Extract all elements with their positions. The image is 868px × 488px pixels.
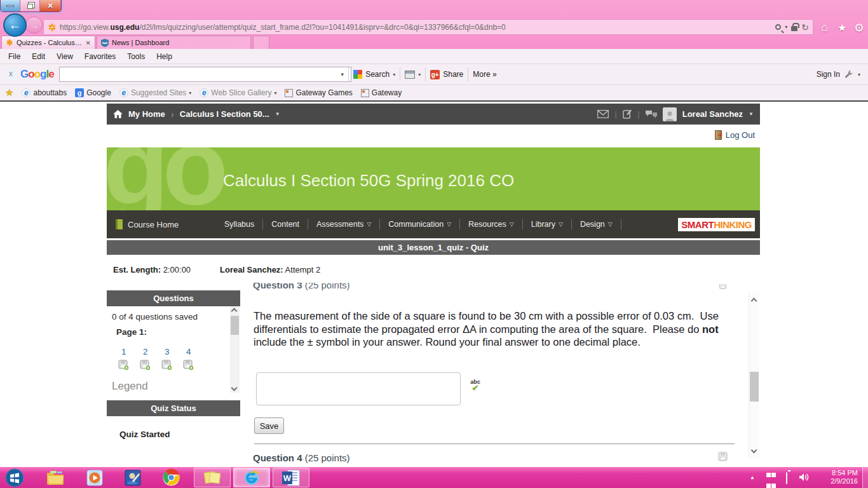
save-question-2-icon[interactable] — [140, 360, 151, 373]
favorite-web-slice-gallery[interactable]: eWeb Slice Gallery▾ — [200, 88, 276, 97]
nav-resources[interactable]: Resources▽ — [460, 220, 522, 229]
menu-view[interactable]: View — [51, 52, 79, 61]
search-history-dropdown-icon[interactable]: ▾ — [341, 71, 344, 78]
toolbar-close-button[interactable]: x — [5, 69, 17, 80]
nav-design[interactable]: Design▽ — [572, 220, 621, 229]
tray-expand-icon[interactable]: ▲ — [750, 475, 755, 488]
address-bar[interactable]: https://go.view.usg.edu/d2l/lms/quizzing… — [43, 19, 813, 35]
media-player-icon[interactable] — [85, 468, 104, 487]
user-dropdown-icon[interactable]: ▼ — [749, 111, 754, 117]
scroll-down-icon[interactable] — [751, 447, 757, 454]
question-1-link[interactable]: 1 — [121, 347, 126, 356]
back-button[interactable]: ← — [3, 13, 27, 37]
refresh-icon[interactable]: ↻ — [801, 22, 809, 32]
tab-close-icon[interactable]: ✕ — [86, 39, 91, 46]
battery-icon[interactable] — [786, 472, 787, 484]
breadcrumb-course-link[interactable]: Calculus I Section 50... — [180, 109, 269, 119]
content-scrollbar[interactable] — [749, 292, 759, 459]
course-home-link[interactable]: Course Home — [107, 219, 216, 229]
sticky-notes-button[interactable] — [194, 468, 231, 487]
settings-gear-icon[interactable]: ⚙ — [854, 21, 864, 35]
sign-in-link[interactable]: Sign In — [817, 70, 840, 79]
spellcheck-icon[interactable]: abc✔ — [469, 379, 482, 391]
google-search-button[interactable]: Search▾ — [353, 70, 395, 79]
email-icon[interactable] — [597, 110, 609, 118]
question-2-link[interactable]: 2 — [143, 347, 148, 356]
menu-favorites[interactable]: Favorites — [79, 52, 121, 61]
nav-library[interactable]: Library▽ — [523, 220, 571, 229]
nav-syllabus[interactable]: Syllabus — [216, 220, 262, 229]
nav-assessments[interactable]: Assessments▽ — [308, 220, 379, 229]
sidebar-scrollbar[interactable] — [230, 306, 240, 393]
contacts-app-icon[interactable] — [123, 468, 142, 487]
menu-help[interactable]: Help — [151, 52, 178, 61]
favorite-google[interactable]: gGoogle — [75, 88, 111, 97]
toolbar-window-button[interactable]: ▾ — [405, 71, 421, 79]
question-3-link[interactable]: 3 — [165, 347, 170, 356]
save-question-4-icon[interactable] — [183, 360, 194, 373]
google-favicon-icon: g — [75, 88, 84, 97]
start-button[interactable] — [5, 468, 24, 487]
question-3-save-icon[interactable] — [718, 283, 728, 294]
est-length-label: Est. Length: — [113, 265, 161, 274]
logout-link[interactable]: Log Out — [715, 130, 755, 140]
save-question-3-icon[interactable] — [161, 360, 172, 373]
question-4-save-icon[interactable] — [718, 452, 728, 464]
add-favorite-icon[interactable]: ★ — [5, 87, 13, 98]
save-button[interactable]: Save — [254, 417, 284, 434]
more-button[interactable]: More » — [473, 70, 496, 79]
scrollbar-thumb[interactable] — [750, 372, 759, 402]
updates-icon[interactable] — [623, 109, 632, 119]
chrome-icon[interactable] — [161, 468, 180, 487]
close-button[interactable]: ✕ — [40, 0, 61, 11]
nav-content[interactable]: Content — [263, 220, 308, 229]
minimize-button[interactable] — [1, 0, 20, 11]
answer-input[interactable] — [256, 372, 461, 405]
scroll-down-icon[interactable] — [231, 385, 238, 391]
show-desktop-button[interactable] — [862, 467, 868, 488]
favorites-star-icon[interactable]: ★ — [837, 22, 846, 34]
word-button[interactable]: W — [273, 468, 309, 487]
forward-button[interactable]: → — [25, 17, 43, 34]
menu-edit[interactable]: Edit — [26, 52, 51, 61]
dropdown-icon: ▽ — [367, 221, 371, 227]
home-icon[interactable]: ⌂ — [821, 21, 828, 34]
smarthinking-logo[interactable]: SMARTHINKING — [678, 218, 755, 231]
scroll-up-icon[interactable] — [751, 298, 757, 304]
search-icon[interactable] — [775, 24, 781, 30]
file-explorer-icon[interactable] — [46, 468, 65, 487]
favorite-gateway-games[interactable]: Gateway Games — [285, 88, 352, 97]
save-question-1-icon[interactable] — [118, 360, 129, 373]
favorite-suggested-sites[interactable]: eSuggested Sites▾ — [119, 88, 191, 97]
tab-quizzes[interactable]: Quizzes - Calculus I Section ... ✕ — [1, 36, 95, 49]
nav-communication[interactable]: Communication▽ — [380, 220, 459, 229]
scroll-up-icon[interactable] — [231, 308, 238, 315]
favorite-abouttabs[interactable]: eabouttabs — [22, 88, 67, 97]
menu-tools[interactable]: Tools — [121, 52, 151, 61]
action-center-icon[interactable] — [766, 473, 776, 488]
google-search-input[interactable] — [59, 67, 351, 82]
user-menu[interactable]: Loreal Sanchez — [682, 109, 743, 119]
search-dropdown-icon[interactable]: ▾ — [785, 24, 787, 30]
question-4-heading: Question 4 (25 points) — [253, 452, 350, 463]
internet-explorer-button[interactable] — [233, 468, 270, 487]
questions-panel-header: Questions — [107, 290, 240, 306]
new-tab-button[interactable] — [253, 36, 269, 49]
my-home-link[interactable]: My Home — [128, 109, 165, 119]
restore-button[interactable] — [20, 0, 40, 11]
wrench-icon[interactable] — [844, 70, 853, 79]
question-4-link[interactable]: 4 — [186, 347, 191, 356]
chat-icon[interactable] — [646, 110, 657, 119]
google-logo: Google — [20, 68, 54, 81]
course-dropdown-icon[interactable]: ▼ — [275, 111, 280, 117]
scrollbar-thumb[interactable] — [231, 316, 239, 335]
tab-news-dashboard[interactable]: News | Dashboard — [97, 36, 251, 49]
favorite-gateway[interactable]: Gateway — [361, 88, 402, 97]
settings-dropdown-icon[interactable]: ▾ — [858, 72, 860, 78]
clock[interactable]: 8:54 PM2/9/2016 — [817, 467, 858, 488]
menu-file[interactable]: File — [3, 52, 26, 61]
avatar[interactable] — [663, 107, 677, 121]
volume-icon[interactable] — [799, 473, 810, 488]
dropdown-icon: ▽ — [447, 221, 451, 227]
share-button[interactable]: g+Share — [430, 70, 463, 79]
